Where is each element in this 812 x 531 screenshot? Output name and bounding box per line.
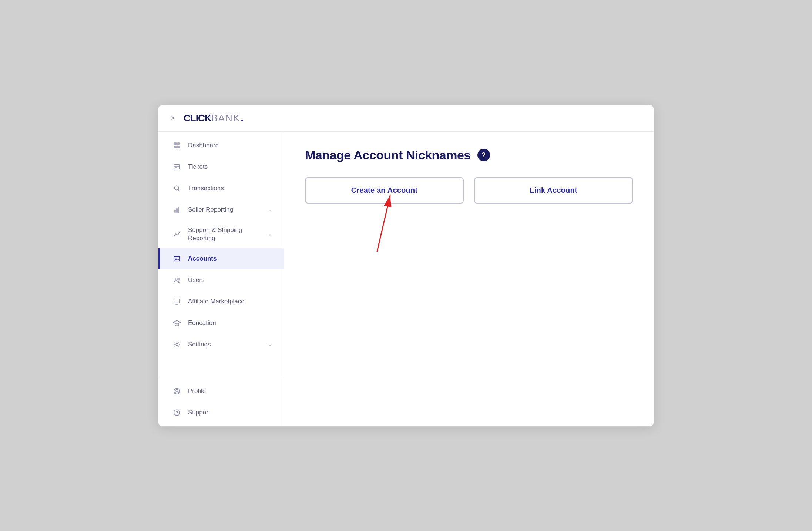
user-card-icon <box>172 253 182 264</box>
sidebar-item-support[interactable]: Support <box>158 402 284 423</box>
svg-marker-21 <box>173 320 181 324</box>
page-title: Manage Account Nicknames <box>305 148 471 162</box>
svg-rect-10 <box>176 208 178 213</box>
app-window: × CLICKBANK. Dashboa <box>158 105 654 427</box>
action-buttons-row: Create an Account Link Account <box>305 177 633 204</box>
sidebar-item-seller-reporting[interactable]: Seller Reporting ⌄ <box>158 199 284 221</box>
sidebar-item-affiliate-marketplace[interactable]: Affiliate Marketplace <box>158 291 284 312</box>
sidebar-item-label: Settings <box>188 341 211 348</box>
sidebar-bottom: Profile Support <box>158 379 284 426</box>
sidebar-item-label: Tickets <box>188 163 208 171</box>
logo-click: CLICK <box>184 113 211 123</box>
chevron-down-icon: ⌄ <box>268 207 272 212</box>
profile-circle-icon <box>172 386 182 396</box>
svg-rect-11 <box>178 207 179 213</box>
sidebar-top: Dashboard Tickets <box>158 135 284 379</box>
main-content: Manage Account Nicknames ? Create an Acc… <box>284 132 654 426</box>
logo: CLICKBANK. <box>184 113 243 123</box>
sidebar-item-label: Support <box>188 409 210 416</box>
help-icon[interactable]: ? <box>477 149 490 161</box>
svg-rect-1 <box>177 142 180 145</box>
sidebar-item-label: Users <box>188 276 204 284</box>
svg-rect-18 <box>174 299 180 303</box>
sidebar-item-label: Accounts <box>188 255 217 262</box>
svg-point-17 <box>178 278 179 279</box>
users-icon <box>172 275 182 285</box>
main-layout: Dashboard Tickets <box>158 132 654 426</box>
svg-point-22 <box>176 343 178 346</box>
sidebar-item-label: Transactions <box>188 185 224 192</box>
link-account-button[interactable]: Link Account <box>474 177 633 204</box>
grid-icon <box>172 140 182 151</box>
chevron-down-icon: ⌄ <box>268 342 272 347</box>
sidebar: Dashboard Tickets <box>158 132 284 426</box>
svg-rect-0 <box>174 142 177 145</box>
ticket-icon <box>172 162 182 172</box>
gear-icon <box>172 339 182 350</box>
chevron-down-icon: ⌄ <box>268 231 272 237</box>
trending-up-icon <box>172 229 182 239</box>
help-circle-icon <box>172 407 182 418</box>
sidebar-item-label: Dashboard <box>188 142 219 149</box>
svg-point-26 <box>177 414 177 415</box>
svg-rect-3 <box>177 146 180 148</box>
graduation-icon <box>172 318 182 328</box>
monitor-icon <box>172 296 182 307</box>
sidebar-item-education[interactable]: Education <box>158 312 284 334</box>
sidebar-item-transactions[interactable]: Transactions <box>158 178 284 199</box>
logo-bank: BANK <box>211 113 240 123</box>
svg-point-16 <box>175 278 177 280</box>
close-button[interactable]: × <box>169 114 177 122</box>
svg-rect-4 <box>174 165 180 169</box>
svg-point-13 <box>175 258 177 259</box>
sidebar-item-label: Seller Reporting <box>188 206 233 214</box>
sidebar-item-label: Education <box>188 319 216 327</box>
create-account-button[interactable]: Create an Account <box>305 177 464 204</box>
sidebar-item-support-shipping[interactable]: Support & Shipping Reporting ⌄ <box>158 221 284 248</box>
sidebar-item-tickets[interactable]: Tickets <box>158 156 284 178</box>
sidebar-item-settings[interactable]: Settings ⌄ <box>158 334 284 355</box>
sidebar-item-users[interactable]: Users <box>158 269 284 291</box>
top-bar: × CLICKBANK. <box>158 105 654 132</box>
svg-rect-9 <box>174 210 176 213</box>
sidebar-item-dashboard[interactable]: Dashboard <box>158 135 284 156</box>
svg-line-28 <box>377 196 390 251</box>
search-icon <box>172 183 182 194</box>
svg-rect-2 <box>174 146 177 148</box>
sidebar-item-profile[interactable]: Profile <box>158 380 284 402</box>
logo-dot: . <box>241 113 243 123</box>
svg-line-8 <box>178 189 179 191</box>
svg-point-24 <box>176 389 178 391</box>
sidebar-item-label: Support & Shipping Reporting <box>188 226 268 242</box>
sidebar-item-label: Affiliate Marketplace <box>188 298 245 305</box>
bar-chart-icon <box>172 205 182 215</box>
page-header: Manage Account Nicknames ? <box>305 148 633 162</box>
sidebar-item-label: Profile <box>188 387 206 395</box>
sidebar-item-accounts[interactable]: Accounts <box>158 248 284 269</box>
